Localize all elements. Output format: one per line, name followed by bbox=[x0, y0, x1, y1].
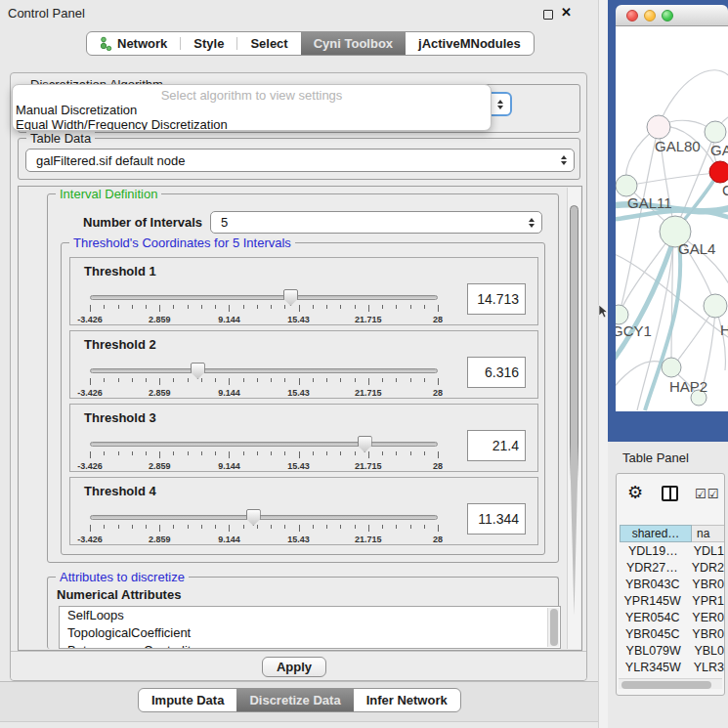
combobox-stepper-icon bbox=[497, 100, 503, 109]
tick-mark bbox=[382, 305, 383, 309]
column-header-1[interactable]: shared… bbox=[620, 525, 692, 542]
number-of-intervals-combobox[interactable]: 5 bbox=[210, 211, 542, 234]
tick-mark bbox=[159, 305, 160, 312]
tick-mark bbox=[188, 378, 189, 382]
gcy1-node[interactable] bbox=[616, 305, 628, 324]
vertical-scrollbar[interactable] bbox=[567, 188, 580, 649]
node[interactable] bbox=[704, 294, 727, 318]
column-header-2[interactable]: na bbox=[692, 525, 725, 542]
tick-mark bbox=[313, 525, 314, 529]
cell-shared-name: YBL079W bbox=[620, 644, 687, 658]
horizontal-scrollbar[interactable] bbox=[619, 678, 722, 689]
tick-mark bbox=[132, 305, 133, 309]
zoom-traffic-light-icon[interactable] bbox=[662, 10, 673, 21]
node-label: HAP2 bbox=[669, 378, 707, 395]
tick-mark bbox=[201, 525, 202, 529]
tick-mark bbox=[382, 525, 383, 529]
close-traffic-light-icon[interactable] bbox=[626, 10, 638, 21]
attribute-list-item[interactable]: SelfLoops bbox=[60, 607, 560, 624]
table-row[interactable]: YER054CYER0 bbox=[620, 609, 724, 625]
attribute-list-item[interactable]: TopologicalCoefficient bbox=[60, 624, 560, 642]
tick-mark bbox=[396, 378, 397, 382]
threshold-slider[interactable]: -3.4262.8599.14415.4321.71528 bbox=[90, 436, 438, 471]
tick-mark bbox=[368, 378, 369, 385]
column-layout-icon[interactable] bbox=[662, 486, 678, 501]
attribute-list-item[interactable]: BetweennessCentrality bbox=[60, 642, 560, 649]
tab-jactivemnodules[interactable]: jActiveMNodules bbox=[406, 32, 534, 55]
threshold-value-field[interactable]: 11.344 bbox=[467, 503, 526, 535]
threshold-slider[interactable]: -3.4262.8599.14415.4321.71528 bbox=[90, 509, 438, 544]
hap2-node[interactable] bbox=[662, 358, 681, 377]
node[interactable] bbox=[616, 175, 637, 196]
table-row[interactable]: YPR145WYPR1 bbox=[620, 592, 724, 609]
gear-icon[interactable]: ⚙ bbox=[627, 482, 643, 503]
threshold-label: Threshold 3 bbox=[84, 410, 156, 425]
node-label: H bbox=[720, 321, 728, 338]
float-window-icon[interactable] bbox=[543, 10, 553, 20]
tick-mark bbox=[257, 451, 258, 455]
slider-track[interactable] bbox=[90, 295, 438, 300]
close-icon[interactable]: ✕ bbox=[561, 5, 572, 20]
network-canvas[interactable]: GAL80GACGAL11GAL4GCY1HHAP2 bbox=[616, 26, 728, 411]
tick-mark bbox=[396, 451, 397, 455]
slider-thumb[interactable] bbox=[283, 289, 298, 306]
slider-thumb[interactable] bbox=[358, 436, 372, 452]
tick-mark bbox=[424, 305, 425, 309]
slider-thumb[interactable] bbox=[191, 363, 205, 379]
table-row[interactable]: YBR045CYBR0 bbox=[620, 625, 724, 642]
list-scrollbar[interactable] bbox=[547, 608, 559, 647]
tab-select[interactable]: Select bbox=[237, 32, 300, 55]
cell-name: YDR2 bbox=[685, 561, 724, 575]
tick-label: 21.715 bbox=[341, 315, 396, 324]
table-row[interactable]: YLR345WYLR3 bbox=[620, 659, 724, 675]
minimize-traffic-light-icon[interactable] bbox=[644, 10, 656, 21]
tick-mark bbox=[90, 378, 91, 385]
scrollbar-thumb[interactable] bbox=[570, 205, 578, 616]
table-row[interactable]: YBL079WYBL0 bbox=[620, 642, 724, 659]
threshold-slider[interactable]: -3.4262.8599.14415.4321.71528 bbox=[90, 289, 438, 324]
slider-track[interactable] bbox=[90, 442, 438, 447]
table-row[interactable]: YDR27…YDR2 bbox=[620, 559, 724, 576]
table-data-selected-value: galFiltered.sif default node bbox=[36, 153, 185, 168]
slider-track[interactable] bbox=[90, 368, 438, 373]
numerical-attributes-list[interactable]: SelfLoopsTopologicalCoefficientBetweenne… bbox=[59, 606, 561, 649]
threshold-slider[interactable]: -3.4262.8599.14415.4321.71528 bbox=[90, 363, 438, 398]
tab-style[interactable]: Style bbox=[181, 32, 236, 55]
network-view-window: GAL80GACGAL11GAL4GCY1HHAP2 bbox=[608, 0, 728, 442]
tick-label: 9.144 bbox=[201, 315, 256, 324]
threshold-value-field[interactable]: 21.4 bbox=[467, 430, 526, 461]
threshold-value-field[interactable]: 6.316 bbox=[467, 357, 526, 388]
bottom-tab-impute-data[interactable]: Impute Data bbox=[139, 689, 236, 711]
algorithm-option-equal-width[interactable]: Equal Width/Frequency Discretization bbox=[13, 117, 491, 131]
algorithm-option-manual[interactable]: Manual Discretization bbox=[13, 103, 491, 117]
apply-button[interactable]: Apply bbox=[262, 657, 326, 677]
node[interactable] bbox=[705, 121, 726, 143]
combobox-stepper-icon bbox=[529, 218, 535, 228]
red-node[interactable] bbox=[709, 161, 728, 183]
slider-thumb[interactable] bbox=[246, 509, 261, 526]
panel-divider[interactable] bbox=[598, 0, 608, 728]
cell-name: YBR0 bbox=[685, 578, 724, 591]
table-row[interactable]: YDL19…YDL1 bbox=[620, 542, 724, 559]
tab-cyni-toolbox[interactable]: Cyni Toolbox bbox=[301, 32, 406, 55]
gal80-node[interactable] bbox=[647, 115, 670, 139]
bottom-tab-infer-network[interactable]: Infer Network bbox=[354, 689, 460, 711]
network-window-titlebar[interactable] bbox=[616, 5, 728, 26]
bottom-tab-discretize-data[interactable]: Discretize Data bbox=[236, 689, 353, 711]
tick-mark bbox=[313, 451, 314, 455]
table-data-combobox[interactable]: galFiltered.sif default node bbox=[25, 149, 575, 172]
tick-mark bbox=[382, 378, 383, 382]
horizontal-scrollbar-thumb[interactable] bbox=[621, 681, 711, 689]
tab-network[interactable]: Network bbox=[87, 32, 180, 55]
tick-mark bbox=[146, 525, 147, 529]
tick-mark bbox=[132, 525, 133, 529]
threshold-value-field[interactable]: 14.713 bbox=[467, 283, 526, 315]
table-row[interactable]: YBR043CYBR0 bbox=[620, 576, 724, 592]
tick-label: 2.859 bbox=[132, 388, 187, 398]
tick-label: 28 bbox=[410, 388, 465, 398]
tick-label: 15.43 bbox=[272, 535, 326, 544]
slider-track[interactable] bbox=[90, 515, 438, 520]
select-columns-icon[interactable]: ☑☑ bbox=[695, 487, 719, 501]
tick-mark bbox=[243, 525, 244, 529]
list-scrollbar-thumb[interactable] bbox=[550, 609, 558, 646]
